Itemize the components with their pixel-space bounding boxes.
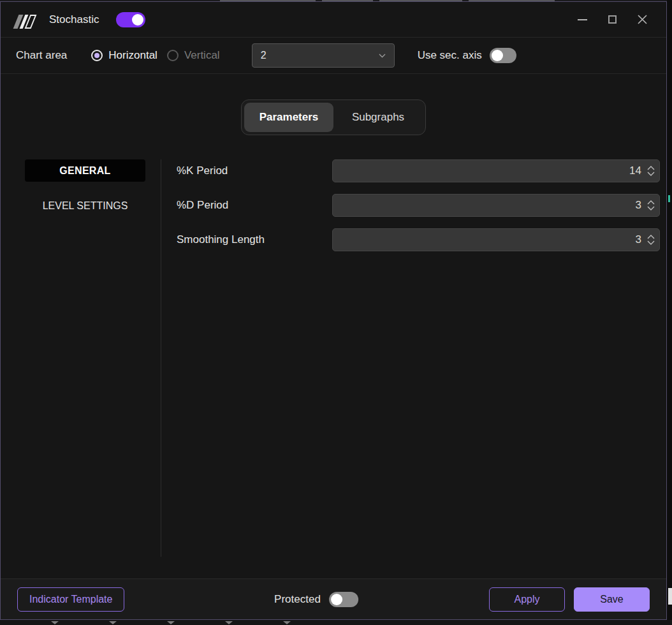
window-title: Stochastic bbox=[49, 13, 99, 26]
background-window-right-strip bbox=[667, 0, 672, 625]
maximize-icon bbox=[608, 15, 617, 24]
indicator-template-button[interactable]: Indicator Template bbox=[17, 587, 124, 612]
spinner-down-icon bbox=[647, 240, 655, 245]
k-period-stepper[interactable] bbox=[647, 166, 655, 176]
background-artifact bbox=[668, 195, 670, 202]
background-artifact bbox=[668, 588, 672, 605]
sidebar-item-level-settings[interactable]: LEVEL SETTINGS bbox=[25, 195, 145, 217]
d-period-value: 3 bbox=[636, 199, 641, 212]
content-area: Parameters Subgraphs GENERAL LEVEL SETTI… bbox=[1, 74, 666, 578]
radio-vertical-label: Vertical bbox=[184, 49, 220, 62]
spinner-up-icon bbox=[647, 235, 655, 239]
settings-body: GENERAL LEVEL SETTINGS %K Period 14 bbox=[1, 159, 666, 578]
radio-unselected-icon bbox=[167, 50, 179, 61]
k-period-value: 14 bbox=[629, 165, 641, 177]
background-window-bottom-strip bbox=[0, 620, 672, 625]
protected-label: Protected bbox=[274, 593, 321, 606]
smoothing-length-value: 3 bbox=[636, 233, 641, 246]
title-bar: Stochastic bbox=[1, 2, 666, 37]
radio-vertical[interactable]: Vertical bbox=[167, 49, 220, 62]
chevron-down-icon bbox=[167, 621, 175, 624]
app-logo-icon bbox=[16, 12, 36, 29]
smoothing-length-input[interactable]: 3 bbox=[332, 228, 660, 251]
minimize-icon bbox=[578, 19, 587, 20]
smoothing-length-stepper[interactable] bbox=[647, 235, 655, 245]
d-period-label: %D Period bbox=[177, 199, 332, 212]
close-button[interactable] bbox=[632, 10, 652, 30]
footer-bar: Indicator Template Protected Apply Save bbox=[1, 578, 666, 619]
spinner-up-icon bbox=[647, 200, 655, 205]
tab-parameters[interactable]: Parameters bbox=[244, 103, 333, 132]
protected-group: Protected bbox=[274, 592, 358, 607]
parameter-row: %K Period 14 bbox=[177, 159, 660, 182]
chart-pane-select-value: 2 bbox=[261, 50, 267, 61]
chevron-down-icon bbox=[225, 621, 233, 624]
k-period-label: %K Period bbox=[177, 165, 332, 177]
indicator-enabled-toggle[interactable] bbox=[116, 12, 145, 27]
toggle-knob bbox=[331, 594, 342, 605]
radio-selected-icon bbox=[91, 50, 103, 61]
maximize-button[interactable] bbox=[602, 10, 622, 30]
settings-sidebar: GENERAL LEVEL SETTINGS bbox=[1, 159, 161, 557]
radio-horizontal-label: Horizontal bbox=[108, 49, 157, 62]
sidebar-item-general[interactable]: GENERAL bbox=[25, 159, 145, 182]
k-period-input[interactable]: 14 bbox=[332, 159, 660, 182]
parameters-panel: %K Period 14 %D Period 3 bbox=[161, 159, 666, 578]
chevron-down-icon bbox=[379, 54, 386, 58]
d-period-stepper[interactable] bbox=[647, 200, 655, 210]
chevron-down-icon bbox=[283, 621, 291, 624]
toggle-knob bbox=[132, 14, 143, 26]
tab-subgraphs[interactable]: Subgraphs bbox=[333, 103, 423, 132]
footer-actions: Apply Save bbox=[489, 587, 650, 612]
protected-toggle[interactable] bbox=[329, 592, 358, 607]
minimize-button[interactable] bbox=[572, 10, 592, 30]
screen: Stochastic Chart area Horizontal bbox=[0, 0, 672, 625]
use-sec-axis-label: Use sec. axis bbox=[418, 49, 482, 62]
parameter-row: %D Period 3 bbox=[177, 194, 660, 217]
chart-area-label: Chart area bbox=[16, 49, 67, 62]
use-sec-axis-toggle[interactable] bbox=[490, 48, 516, 63]
spinner-down-icon bbox=[647, 172, 655, 176]
smoothing-length-label: Smoothing Length bbox=[177, 233, 332, 246]
tab-group: Parameters Subgraphs bbox=[241, 99, 426, 135]
radio-horizontal[interactable]: Horizontal bbox=[91, 49, 157, 62]
parameter-row: Smoothing Length 3 bbox=[177, 228, 660, 251]
toggle-knob bbox=[492, 50, 503, 61]
apply-button[interactable]: Apply bbox=[489, 587, 565, 612]
d-period-input[interactable]: 3 bbox=[332, 194, 660, 217]
save-button[interactable]: Save bbox=[574, 587, 650, 612]
chevron-down-icon bbox=[109, 621, 117, 624]
chart-pane-select[interactable]: 2 bbox=[252, 43, 395, 68]
chart-area-row: Chart area Horizontal Vertical 2 Use sec… bbox=[1, 37, 666, 74]
spinner-up-icon bbox=[647, 166, 655, 170]
stochastic-settings-window: Stochastic Chart area Horizontal bbox=[0, 1, 667, 620]
chevron-down-icon bbox=[51, 621, 59, 624]
spinner-down-icon bbox=[647, 206, 655, 210]
close-icon bbox=[637, 14, 648, 25]
